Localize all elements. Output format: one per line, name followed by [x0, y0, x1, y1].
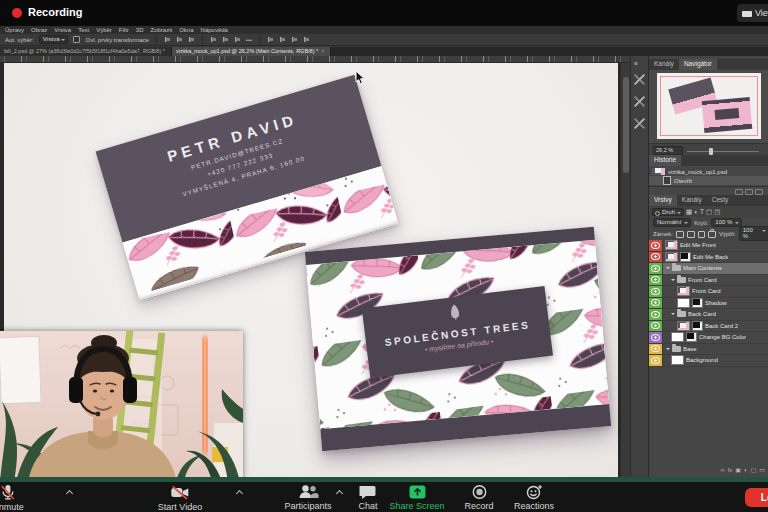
group-expand-caret[interactable]: [671, 279, 675, 283]
record-button[interactable]: Record: [464, 484, 493, 511]
3d-mode-icon-2[interactable]: [279, 36, 286, 43]
view-button[interactable]: View: [737, 4, 768, 22]
filter-shape-icon[interactable]: ▢: [706, 208, 712, 216]
tab-channels[interactable]: Kanály: [649, 59, 679, 70]
visibility-eye-icon[interactable]: [651, 334, 660, 341]
lock-transparent-icon[interactable]: [676, 231, 684, 238]
layer-mask-thumbnail[interactable]: [692, 321, 703, 331]
3d-mode-icon-1[interactable]: [267, 36, 274, 43]
layer-row-back-card-2[interactable]: Back Card 2: [649, 321, 768, 333]
adjustment-layer-icon[interactable]: ◐: [744, 466, 748, 474]
align-right-icon[interactable]: [188, 36, 195, 43]
visibility-eye-icon[interactable]: [651, 357, 660, 364]
navigator-zoom-value[interactable]: 26,2 %: [653, 146, 683, 155]
distribute-bottom-icon[interactable]: [234, 36, 241, 43]
menu-text[interactable]: Text: [78, 27, 89, 34]
layer-row-shadow[interactable]: Shadow: [649, 298, 768, 310]
leave-button[interactable]: Leave: [745, 488, 768, 507]
visibility-eye-icon[interactable]: [651, 276, 660, 283]
collapse-dock-icon[interactable]: «: [634, 60, 638, 67]
add-mask-icon[interactable]: ▣: [735, 466, 741, 474]
layer-mask-thumbnail[interactable]: [686, 332, 697, 342]
menu-okna[interactable]: Okna: [179, 27, 193, 34]
audio-options-chevron[interactable]: [66, 489, 73, 496]
layer-row-base-group[interactable]: Base: [649, 344, 768, 356]
visibility-eye-icon[interactable]: [651, 299, 660, 306]
visibility-eye-icon[interactable]: [651, 288, 660, 295]
layer-row-main-contents[interactable]: Main Contents: [649, 263, 768, 275]
menu-obraz[interactable]: Obraz: [31, 27, 47, 34]
unmute-button[interactable]: Unmute: [0, 484, 24, 512]
tab-layer-channels[interactable]: Kanály: [677, 195, 707, 206]
tab-paths[interactable]: Cesty: [707, 195, 734, 206]
align-left-icon[interactable]: [164, 36, 171, 43]
menu-zobrazit[interactable]: Zobrazit: [151, 27, 173, 34]
layer-row-front-card-group[interactable]: Front Card: [649, 275, 768, 287]
close-tab-icon[interactable]: ×: [321, 48, 324, 54]
layer-row-back-card-group[interactable]: Back Card: [649, 309, 768, 321]
visibility-eye-icon[interactable]: [651, 322, 660, 329]
participants-options-chevron[interactable]: [336, 489, 343, 496]
visibility-eye-icon[interactable]: [651, 345, 660, 352]
menu-upravy[interactable]: Úpravy: [5, 27, 24, 34]
doc-tab-inactive[interactable]: bill_2.psd @ 27% (a38d3fa0d2c7f5b5f18f1c…: [0, 47, 172, 56]
reactions-button[interactable]: Reactions: [514, 484, 554, 511]
menu-3d[interactable]: 3D: [136, 27, 144, 34]
menu-napoveda[interactable]: Nápověda: [201, 27, 228, 34]
self-view-video[interactable]: [0, 331, 243, 482]
fill-value[interactable]: 100 %: [739, 226, 768, 241]
new-group-icon[interactable]: ▢: [751, 466, 757, 474]
group-expand-caret[interactable]: [666, 267, 670, 271]
filter-pixel-icon[interactable]: ▦: [686, 208, 692, 216]
visibility-eye-icon[interactable]: [651, 253, 660, 260]
share-screen-button[interactable]: Share Screen: [389, 484, 444, 511]
visibility-eye-icon[interactable]: [651, 265, 660, 272]
layer-row-change-bg-color[interactable]: Change BG Color: [649, 332, 768, 344]
3d-mode-icon-4[interactable]: [303, 36, 310, 43]
layer-mask-thumbnail[interactable]: [692, 298, 703, 308]
menu-vyber[interactable]: Výběr: [96, 27, 112, 34]
lock-pixels-icon[interactable]: [687, 231, 695, 238]
opacity-value[interactable]: 100 %: [711, 218, 742, 227]
layer-mask-thumbnail[interactable]: [680, 252, 691, 262]
filter-smart-icon[interactable]: ◳: [714, 208, 720, 216]
layer-row-front-card[interactable]: Front Card: [649, 286, 768, 298]
lock-position-icon[interactable]: [698, 231, 706, 238]
blend-mode-dropdown[interactable]: Normální: [653, 218, 691, 227]
menu-filtr[interactable]: Filtr: [119, 27, 129, 34]
navigator-thumbnail[interactable]: [657, 73, 761, 139]
visibility-eye-icon[interactable]: [651, 242, 660, 249]
video-options-chevron[interactable]: [236, 489, 243, 496]
history-step-open[interactable]: Otevřít: [649, 176, 768, 185]
more-options-icon[interactable]: •••: [246, 37, 252, 43]
start-video-button[interactable]: Start Video: [158, 484, 202, 512]
layer-row-edit-me-front[interactable]: Edit Me Front: [649, 240, 768, 252]
menu-vrstva[interactable]: Vrstva: [54, 27, 71, 34]
doc-tab-active[interactable]: vizitka_mock_up1.psd @ 26,2% (Main Conte…: [172, 47, 331, 56]
filter-type-icon[interactable]: T: [700, 208, 704, 216]
dock-panel-icon-1[interactable]: [634, 74, 645, 85]
auto-select-dropdown[interactable]: Vrstva: [39, 35, 69, 44]
tab-history[interactable]: Historie: [649, 155, 681, 166]
3d-mode-icon-3[interactable]: [291, 36, 298, 43]
tab-navigator[interactable]: Navigátor: [679, 59, 717, 70]
layer-effects-icon[interactable]: fx: [728, 466, 733, 474]
history-snapshot-row[interactable]: vizitka_mock_up1.psd: [649, 167, 768, 176]
lock-all-icon[interactable]: [708, 231, 716, 238]
dock-panel-icon-2[interactable]: [634, 96, 645, 107]
visibility-eye-icon[interactable]: [651, 311, 660, 318]
transform-controls-checkbox[interactable]: [73, 36, 80, 43]
chat-button[interactable]: Chat: [358, 484, 377, 511]
filter-adjustment-icon[interactable]: ◐: [694, 208, 698, 216]
tab-layers[interactable]: Vrstvy: [649, 195, 677, 206]
distribute-top-icon[interactable]: [210, 36, 217, 43]
distribute-middle-icon[interactable]: [222, 36, 229, 43]
new-layer-icon[interactable]: ▭: [759, 466, 765, 474]
navigator-zoom-slider[interactable]: [687, 151, 759, 152]
dock-panel-icon-3[interactable]: [634, 118, 645, 129]
layer-filter-kind-dropdown[interactable]: Druh: [652, 208, 684, 216]
align-center-icon[interactable]: [176, 36, 183, 43]
group-expand-caret[interactable]: [671, 313, 675, 317]
group-expand-caret[interactable]: [666, 348, 670, 352]
participants-button[interactable]: Participants: [284, 484, 331, 511]
